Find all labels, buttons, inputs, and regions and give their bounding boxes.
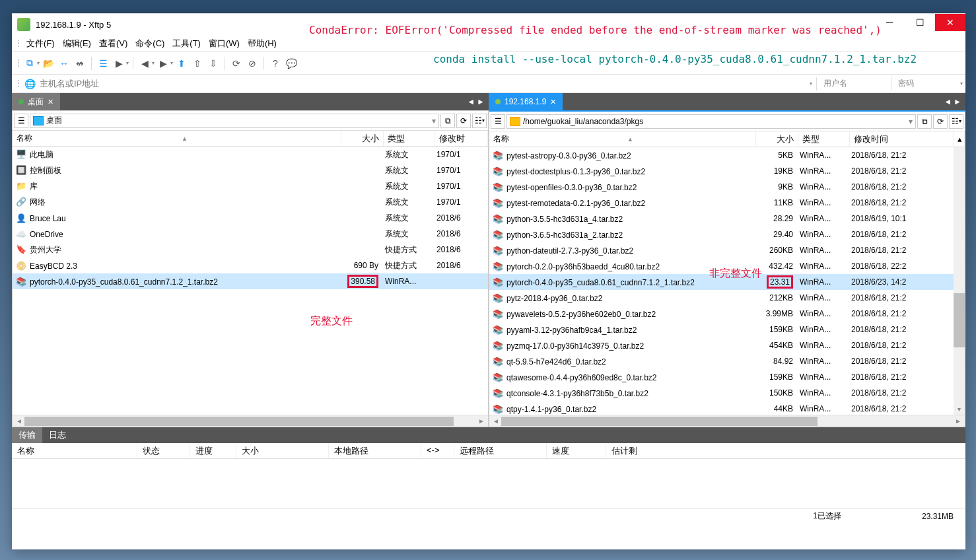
tcol-progress[interactable]: 进度 <box>190 443 236 458</box>
maximize-button[interactable]: ☐ <box>905 14 935 31</box>
file-row[interactable]: 🖥️此电脑系统文1970/1 <box>13 147 488 162</box>
download-icon[interactable]: ⇩ <box>206 56 221 71</box>
properties-icon[interactable]: ☰ <box>96 56 110 71</box>
file-row[interactable]: 🔖贵州大学快捷方式2018/6 <box>13 242 488 258</box>
file-list[interactable]: 📚pytest-astropy-0.3.0-py36_0.tar.bz25KBW… <box>489 147 965 415</box>
view-icon[interactable]: ☷▾ <box>949 114 963 129</box>
help-icon[interactable]: ? <box>268 56 283 71</box>
host-input[interactable] <box>37 77 811 90</box>
menu-command[interactable]: 命令(C) <box>131 36 168 51</box>
tab-desktop[interactable]: 桌面 ✕ <box>12 93 60 110</box>
file-row[interactable]: 📚pytest-openfiles-0.3.0-py36_0.tar.bz29K… <box>489 179 965 195</box>
back-icon[interactable]: ◀ <box>137 56 152 71</box>
tab-next-icon[interactable]: ► <box>477 97 485 106</box>
file-row[interactable]: 📚pywavelets-0.5.2-py36he602eb0_0.tar.bz2… <box>489 306 965 322</box>
tab-next-icon[interactable]: ► <box>954 97 961 106</box>
file-row[interactable]: 📚python-3.5.5-hc3d631a_4.tar.bz228.29Win… <box>489 211 965 227</box>
file-row[interactable]: 📀EasyBCD 2.3690 By快捷方式2018/6 <box>13 258 488 273</box>
tcol-remaining[interactable]: 估计剩 <box>606 443 965 458</box>
menu-help[interactable]: 帮助(H) <box>244 36 281 51</box>
file-row[interactable]: 📚python-3.6.5-hc3d631a_2.tar.bz229.40Win… <box>489 227 965 242</box>
file-row[interactable]: 📚pyzmq-17.0.0-py36h14c3975_0.tar.bz2454K… <box>489 337 965 353</box>
menu-view[interactable]: 查看(V) <box>95 36 131 51</box>
tab-transfer[interactable]: 传输 <box>12 427 42 443</box>
file-row[interactable]: 👤Bruce Lau系统文2018/6 <box>13 210 488 226</box>
refresh-icon[interactable]: ⟳ <box>456 114 471 128</box>
path-dropdown-icon[interactable]: ▾ <box>432 116 436 125</box>
scroll-up-icon[interactable]: ▴ <box>954 131 965 147</box>
file-row[interactable]: 🔲控制面板系统文1970/1 <box>13 162 488 178</box>
tcol-speed[interactable]: 速度 <box>547 443 606 458</box>
disconnect-icon[interactable]: ↮ <box>73 56 87 71</box>
col-type[interactable]: 类型 <box>384 131 435 146</box>
stop-icon[interactable]: ⊘ <box>245 56 260 71</box>
path-input[interactable]: 桌面 ▾ <box>30 114 439 128</box>
new-window-icon[interactable]: ⧉ <box>440 114 455 128</box>
minimize-button[interactable]: ─ <box>874 14 905 31</box>
close-tab-icon[interactable]: ✕ <box>550 98 556 106</box>
menu-tools[interactable]: 工具(T) <box>168 36 205 51</box>
connect-icon[interactable]: ↔ <box>57 56 71 71</box>
sidebar-toggle-icon[interactable]: ☰ <box>491 114 505 129</box>
file-row[interactable]: 📚qtawesome-0.4.4-py36h609ed8c_0.tar.bz21… <box>489 369 965 385</box>
file-row[interactable]: 🔗网络系统文1970/1 <box>13 194 488 210</box>
new-tab-icon[interactable]: ⧉ <box>22 56 37 71</box>
upload-icon[interactable]: ⇧ <box>190 56 205 71</box>
menu-edit[interactable]: 编辑(E) <box>59 36 95 51</box>
up-icon[interactable]: ⬆ <box>174 56 189 71</box>
file-row[interactable]: 📚pytest-remotedata-0.2.1-py36_0.tar.bz21… <box>489 195 965 211</box>
file-row[interactable]: 📚python-dateutil-2.7.3-py36_0.tar.bz2260… <box>489 242 965 258</box>
tcol-status[interactable]: 状态 <box>137 443 190 458</box>
tab-prev-icon[interactable]: ◄ <box>467 97 475 106</box>
host-dropdown-icon[interactable]: ▾ <box>810 81 812 87</box>
play-icon[interactable]: ▶ <box>112 56 126 71</box>
file-row[interactable]: 📚qtpy-1.4.1-py36_0.tar.bz244KBWinRA...20… <box>489 401 965 415</box>
menu-file[interactable]: 文件(F) <box>22 36 59 51</box>
file-row[interactable]: 📚pytorch-0.2.0-py36h53baedd_4cu80.tar.bz… <box>489 258 965 274</box>
h-scrollbar[interactable]: ◄► <box>489 415 965 427</box>
path-input[interactable]: /home/guokai_liu/anaconda3/pkgs ▾ <box>506 114 916 129</box>
file-row[interactable]: 📚pyyaml-3.12-py36hafb9ca4_1.tar.bz2159KB… <box>489 322 965 337</box>
col-size[interactable]: 大小 <box>756 131 798 147</box>
path-dropdown-icon[interactable]: ▾ <box>909 117 913 126</box>
file-row[interactable]: 📚pytz-2018.4-py36_0.tar.bz2212KBWinRA...… <box>489 290 965 306</box>
col-type[interactable]: 类型 <box>798 131 850 147</box>
sort-asc-icon: ▲ <box>627 136 633 143</box>
open-icon[interactable]: 📂 <box>41 56 55 71</box>
tcol-size[interactable]: 大小 <box>236 443 329 458</box>
file-row[interactable]: 📁库系统文1970/1 <box>13 178 488 194</box>
col-name[interactable]: 名称▲ <box>13 131 341 146</box>
v-scrollbar[interactable]: ▾ <box>954 147 965 415</box>
refresh-icon[interactable]: ⟳ <box>933 114 948 129</box>
col-date[interactable]: 修改时间 <box>850 131 954 147</box>
file-list[interactable]: 🖥️此电脑系统文1970/1🔲控制面板系统文1970/1📁库系统文1970/1🔗… <box>13 147 488 415</box>
sidebar-toggle-icon[interactable]: ☰ <box>14 114 28 128</box>
tcol-name[interactable]: 名称 <box>12 443 137 458</box>
file-row[interactable]: 📚qtconsole-4.3.1-py36h8f73b5b_0.tar.bz21… <box>489 385 965 401</box>
new-window-icon[interactable]: ⧉ <box>917 114 932 129</box>
auth-dropdown-icon[interactable]: ▾ <box>960 81 963 87</box>
col-size[interactable]: 大小 <box>341 131 384 146</box>
forward-icon[interactable]: ▶ <box>156 56 170 71</box>
tab-log[interactable]: 日志 <box>42 427 73 443</box>
tcol-localpath[interactable]: 本地路径 <box>329 443 421 458</box>
file-row[interactable]: ☁️OneDrive系统文2018/6 <box>13 226 488 242</box>
file-row[interactable]: 📚pytorch-0.4.0-py35_cuda8.0.61_cudnn7.1.… <box>489 274 965 290</box>
col-name[interactable]: 名称▲ <box>489 131 756 147</box>
tcol-direction[interactable]: <-> <box>421 443 454 458</box>
refresh-icon[interactable]: ⟳ <box>229 56 244 71</box>
file-row[interactable]: 📚pytorch-0.4.0-py35_cuda8.0.61_cudnn7.1.… <box>13 273 488 289</box>
file-row[interactable]: 📚pytest-doctestplus-0.1.3-py36_0.tar.bz2… <box>489 163 965 179</box>
h-scrollbar[interactable]: ◄► <box>13 415 488 427</box>
menu-window[interactable]: 窗口(W) <box>205 36 244 51</box>
view-icon[interactable]: ☷▾ <box>472 114 487 128</box>
close-button[interactable]: ✕ <box>935 14 965 31</box>
file-row[interactable]: 📚pytest-astropy-0.3.0-py36_0.tar.bz25KBW… <box>489 147 965 163</box>
feedback-icon[interactable]: 💬 <box>284 56 298 71</box>
tcol-remotepath[interactable]: 远程路径 <box>454 443 547 458</box>
tab-remote[interactable]: 192.168.1.9 ✕ <box>489 93 563 110</box>
col-date[interactable]: 修改时 <box>435 131 488 146</box>
close-tab-icon[interactable]: ✕ <box>48 98 53 106</box>
tab-prev-icon[interactable]: ◄ <box>944 97 952 106</box>
file-row[interactable]: 📚qt-5.9.5-h7e424d6_0.tar.bz284.92WinRA..… <box>489 353 965 369</box>
